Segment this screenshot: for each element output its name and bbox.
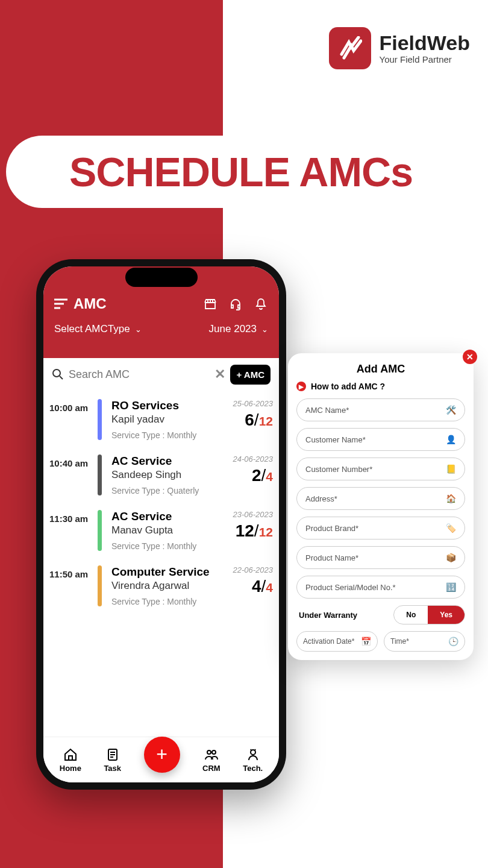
search-icon	[52, 368, 64, 380]
amc-item[interactable]: 10:00 am RO Services Kapil yadav Service…	[49, 392, 273, 447]
brand-tagline: Your Field Partner	[380, 54, 471, 64]
item-date: 24-06-2023	[233, 454, 274, 464]
clear-search-icon[interactable]: ✕	[214, 366, 225, 382]
search-row: ✕ + AMC	[43, 358, 279, 388]
item-time: 10:00 am	[49, 399, 92, 440]
calendar-icon: 📅	[361, 637, 371, 646]
home-icon	[63, 747, 78, 763]
serial-field[interactable]: Product Serial/Model No.*🔢	[296, 576, 465, 599]
svg-point-3	[212, 750, 216, 754]
home-icon: 🏠	[446, 494, 456, 503]
person-icon: 👤	[446, 435, 456, 444]
modal-title: Add AMC	[296, 363, 465, 376]
crm-icon	[204, 747, 219, 763]
store-icon[interactable]	[203, 297, 217, 311]
customer-name-field[interactable]: Customer Name*👤	[296, 428, 465, 451]
item-count: 12/12	[233, 521, 274, 541]
item-date: 25-06-2023	[233, 399, 274, 408]
warranty-no[interactable]: No	[394, 606, 428, 624]
barcode-icon: 🔢	[446, 582, 456, 592]
nav-tech[interactable]: Tech.	[243, 747, 263, 773]
service-name: Computer Service	[111, 565, 227, 579]
product-brand-field[interactable]: Product Brand*🏷️	[296, 517, 465, 539]
activation-date-field[interactable]: Activation Date*📅	[296, 631, 378, 652]
svg-point-4	[251, 750, 255, 755]
service-name: AC Service	[111, 510, 227, 523]
brand-logo: FieldWeb Your Field Partner	[329, 27, 471, 69]
clock-icon: 🕒	[448, 637, 458, 646]
color-bar	[98, 510, 102, 551]
brand-icon	[329, 27, 371, 69]
page-title: SCHEDULE AMCs	[69, 148, 413, 195]
svg-point-2	[207, 750, 211, 754]
tech-icon	[246, 747, 260, 763]
contact-icon: 📒	[446, 464, 456, 474]
fab-add[interactable]: +	[144, 737, 180, 773]
customer-number-field[interactable]: Customer Number*📒	[296, 458, 465, 480]
amc-item[interactable]: 11:30 am AC Service Manav Gupta Service …	[49, 503, 273, 558]
item-date: 22-06-2023	[233, 565, 274, 574]
customer-name: Virendra Agarwal	[111, 580, 227, 592]
app-title: AMC	[74, 295, 107, 312]
warranty-yes[interactable]: Yes	[428, 606, 465, 624]
bell-icon[interactable]	[254, 297, 268, 311]
service-name: RO Services	[111, 399, 227, 412]
item-time: 10:40 am	[49, 454, 92, 495]
box-icon: 📦	[446, 553, 456, 562]
task-icon	[105, 747, 120, 763]
warranty-row: Under Warranty No Yes	[296, 605, 465, 624]
nav-task[interactable]: Task	[104, 747, 121, 773]
color-bar	[98, 399, 102, 440]
service-name: AC Service	[111, 454, 227, 468]
address-field[interactable]: Address*🏠	[296, 487, 465, 510]
amc-item[interactable]: 10:40 am AC Service Sandeep Singh Servic…	[49, 447, 273, 503]
service-meta: Service Type : Monthly	[111, 541, 227, 551]
item-count: 6/12	[233, 410, 274, 430]
search-input[interactable]	[69, 368, 210, 381]
tag-icon: 🏷️	[446, 523, 456, 533]
phone-frame: AMC Select AMCType⌄ June 2023⌄ ✕ + AMC	[36, 259, 286, 790]
item-date: 23-06-2023	[233, 510, 274, 519]
app-header: AMC Select AMCType⌄ June 2023⌄	[43, 266, 279, 358]
chevron-down-icon: ⌄	[135, 325, 142, 334]
svg-point-0	[53, 370, 60, 377]
service-meta: Service Type : Monthly	[111, 430, 227, 440]
page-title-pill: SCHEDULE AMCs	[6, 136, 476, 208]
phone-screen: AMC Select AMCType⌄ June 2023⌄ ✕ + AMC	[43, 266, 279, 782]
add-amc-modal: ✕ Add AMC ▶How to add AMC ? AMC Name*🛠️ …	[288, 353, 474, 660]
play-icon: ▶	[296, 382, 306, 391]
add-amc-button[interactable]: + AMC	[230, 365, 271, 385]
customer-name: Kapil yadav	[111, 414, 227, 426]
nav-crm[interactable]: CRM	[202, 747, 221, 773]
amc-name-field[interactable]: AMC Name*🛠️	[296, 398, 465, 421]
brand-name: FieldWeb	[380, 33, 471, 53]
color-bar	[98, 565, 102, 606]
bottom-nav: Home Task + CRM Tech.	[43, 737, 279, 782]
customer-name: Manav Gupta	[111, 524, 227, 536]
howto-link[interactable]: ▶How to add AMC ?	[296, 382, 465, 391]
color-bar	[98, 454, 102, 495]
nav-home[interactable]: Home	[60, 747, 81, 773]
close-icon[interactable]: ✕	[463, 350, 477, 364]
month-selector[interactable]: June 2023⌄	[209, 323, 268, 335]
item-count: 4/4	[233, 577, 274, 596]
chevron-down-icon: ⌄	[261, 325, 268, 334]
menu-icon[interactable]	[54, 298, 67, 309]
warranty-label: Under Warranty	[296, 611, 393, 620]
customer-name: Sandeep Singh	[111, 469, 227, 481]
product-name-field[interactable]: Product Name*📦	[296, 546, 465, 569]
item-time: 11:30 am	[49, 510, 92, 551]
time-field[interactable]: Time*🕒	[384, 631, 465, 652]
item-count: 2/4	[233, 466, 274, 485]
service-meta: Service Type : Monthly	[111, 597, 227, 606]
tools-icon: 🛠️	[446, 405, 456, 415]
amc-item[interactable]: 11:50 am Computer Service Virendra Agarw…	[49, 558, 273, 614]
service-meta: Service Type : Quaterly	[111, 486, 227, 495]
item-time: 11:50 am	[49, 565, 92, 606]
amc-type-selector[interactable]: Select AMCType⌄	[54, 323, 142, 335]
warranty-toggle[interactable]: No Yes	[393, 605, 465, 624]
amc-list: 10:00 am RO Services Kapil yadav Service…	[43, 388, 279, 614]
headset-icon[interactable]	[228, 297, 243, 311]
